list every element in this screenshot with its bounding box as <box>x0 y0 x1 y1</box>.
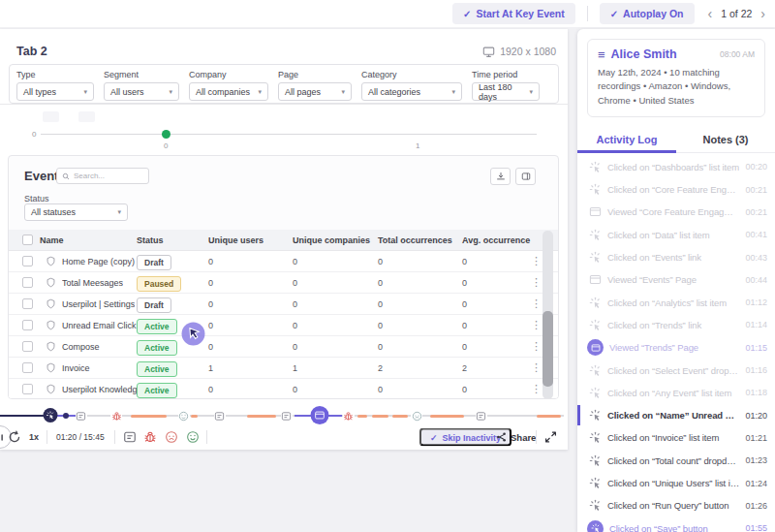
activity-item[interactable]: Clicked on “Select Event” dropdown 01:16 <box>577 359 775 381</box>
activity-item[interactable]: Clicked on “Unique Users” list item 01:2… <box>577 472 775 494</box>
activity-item[interactable]: Viewed “Trends” Page 01:15 <box>577 336 775 359</box>
activity-item[interactable]: Clicked on “Dashboards” list item 00:20 <box>577 156 775 178</box>
download-icon <box>496 172 506 181</box>
table-row: Userpilot Knowledge ... Active 0 0 0 0 ⋮ <box>9 379 558 399</box>
ghost-box <box>78 111 95 122</box>
column-header: Unique companies <box>293 235 378 245</box>
timeline-note-icon[interactable] <box>214 410 226 422</box>
controls-divider <box>114 430 115 444</box>
activity-item[interactable]: Clicked on “Run Query” button 01:26 <box>577 494 775 516</box>
tab-title: Tab 2 <box>16 45 47 58</box>
add-note-icon[interactable] <box>123 430 137 444</box>
activity-list: Clicked on “Dashboards” list item 00:20 … <box>577 156 775 532</box>
row-checkbox <box>22 362 33 373</box>
event-shield-icon <box>46 341 56 352</box>
activity-item[interactable]: Viewed “Core Feature Engagment” 00:21 <box>577 201 775 223</box>
frown-reaction-icon[interactable] <box>165 430 178 444</box>
column-header: Status <box>137 235 208 245</box>
activity-item[interactable]: Clicked on “Invoice” list item 01:21 <box>577 426 775 449</box>
timeline-inactivity-segment <box>191 415 198 418</box>
click-icon <box>587 520 604 532</box>
activity-item[interactable]: Clicked on “Data” list item 00:41 <box>577 224 775 246</box>
row-checkbox <box>22 341 33 352</box>
timeline-inactivity-segment <box>372 415 388 418</box>
activity-item[interactable]: Clicked on “Any Event” list item 01:18 <box>577 382 775 404</box>
activity-item[interactable]: Clicked on “Save” button 01:55 <box>577 517 775 532</box>
filter-label: Type <box>16 70 94 79</box>
filter-company: Company All companies ▾ <box>189 70 268 103</box>
session-meta: May 12th, 2024 • 10 matching recordings … <box>598 66 755 108</box>
activity-item[interactable]: Clicked on “Trends” link 01:14 <box>577 314 775 336</box>
search-placeholder: Search... <box>74 172 105 180</box>
replay-icon[interactable] <box>8 430 21 444</box>
activity-item[interactable]: Clicked on “Analytics” list item 01:12 <box>577 292 775 314</box>
filter-category: Category All categories ▾ <box>361 70 462 103</box>
timeline-note-icon[interactable] <box>76 410 87 422</box>
activity-item[interactable]: Viewed “Events” Page 00:44 <box>577 268 775 291</box>
click-icon <box>589 431 602 444</box>
table-row: Unread Email Click Active 0 0 0 0 ⋮ <box>9 315 558 336</box>
next-recording-icon[interactable]: › <box>759 7 767 20</box>
recording-pagination: ‹ 1 of 22 › <box>706 7 767 20</box>
activity-text: Viewed “Core Feature Engagment” <box>607 206 739 217</box>
previous-recording-icon[interactable]: ‹ <box>706 7 715 20</box>
session-sidebar: ≡ Alice Smith 08:00 AM May 12th, 2024 • … <box>577 29 775 532</box>
user-name[interactable]: Alice Smith <box>611 47 677 61</box>
activity-item[interactable]: Clicked on “Name” Unread Email C... 01:2… <box>577 404 775 426</box>
check-icon: ✓ <box>430 432 438 442</box>
tab-notes[interactable]: Notes (3) <box>676 127 775 152</box>
columns-layout-icon <box>521 172 531 181</box>
tab-activity-log[interactable]: Activity Log <box>577 127 676 152</box>
timeline-frown-icon[interactable] <box>411 410 422 422</box>
timeline-smiley-icon[interactable] <box>178 410 190 422</box>
activity-timestamp: 01:55 <box>745 523 767 532</box>
activity-item[interactable]: Clicked on “Events” link 00:43 <box>577 246 775 268</box>
activity-timestamp: 01:26 <box>745 501 767 511</box>
filter-select: All categories ▾ <box>361 82 462 101</box>
activity-timestamp: 00:44 <box>745 275 767 285</box>
event-shield-icon <box>46 277 56 288</box>
topbar: ✓ Start At Key Event ✓ Autoplay On ‹ 1 o… <box>0 0 775 27</box>
start-at-key-event-button[interactable]: ✓ Start At Key Event <box>452 3 575 24</box>
status-filter-label: Status <box>24 194 49 203</box>
timeline-page-event-marker[interactable] <box>310 406 328 424</box>
playback-time: 01:20 / 15:45 <box>56 432 105 442</box>
events-toolbar <box>490 168 536 185</box>
timeline-dot-marker <box>63 413 69 419</box>
playback-timeline[interactable] <box>0 407 568 424</box>
chevron-down-icon: ▾ <box>117 208 121 216</box>
timeline-note-icon[interactable] <box>281 410 293 422</box>
activity-item[interactable]: Clicked on “Core Feature Engagem... 00:2… <box>577 178 775 201</box>
timeline-click-event-marker[interactable] <box>44 408 58 422</box>
share-button[interactable]: Share <box>496 432 536 443</box>
autoplay-toggle-button[interactable]: ✓ Autoplay On <box>600 3 695 24</box>
click-icon <box>589 251 602 264</box>
events-table: NameStatusUnique usersUnique companiesTo… <box>9 230 558 399</box>
column-header: Avg. occurrence <box>462 235 525 245</box>
page-icon <box>589 273 602 286</box>
share-icon <box>496 432 507 443</box>
column-header: Total occurrences <box>378 235 462 245</box>
timeline-bug-icon[interactable] <box>343 410 355 422</box>
event-shield-icon <box>46 320 56 330</box>
fullscreen-expand-icon[interactable] <box>544 431 557 444</box>
select-all-checkbox <box>22 235 33 245</box>
playback-speed-button[interactable]: 1x <box>29 432 39 442</box>
timeline-bug-icon[interactable] <box>110 410 122 422</box>
filter-time-period: Time period Last 180 days ▾ <box>472 70 540 103</box>
content-area: Tab 2 1920 x 1080 Type All types ▾ Segme… <box>0 27 775 532</box>
smiley-reaction-icon[interactable] <box>186 430 200 444</box>
filter-label: Time period <box>472 70 540 79</box>
page-icon <box>587 339 604 356</box>
timeline-note-icon[interactable] <box>476 410 487 422</box>
tick-label: 0 <box>164 141 168 150</box>
controls-divider <box>46 430 47 444</box>
check-icon: ✓ <box>463 9 471 19</box>
activity-text: Clicked on “Total count” dropdown <box>607 455 739 466</box>
filter-segment: Segment All users ▾ <box>104 70 179 103</box>
hamburger-icon[interactable]: ≡ <box>598 48 605 61</box>
activity-item[interactable]: Clicked on “Total count” dropdown 01:23 <box>577 450 775 472</box>
filter-select: All users ▾ <box>104 82 179 101</box>
report-bug-icon[interactable] <box>143 430 157 444</box>
event-shield-icon <box>46 256 56 266</box>
